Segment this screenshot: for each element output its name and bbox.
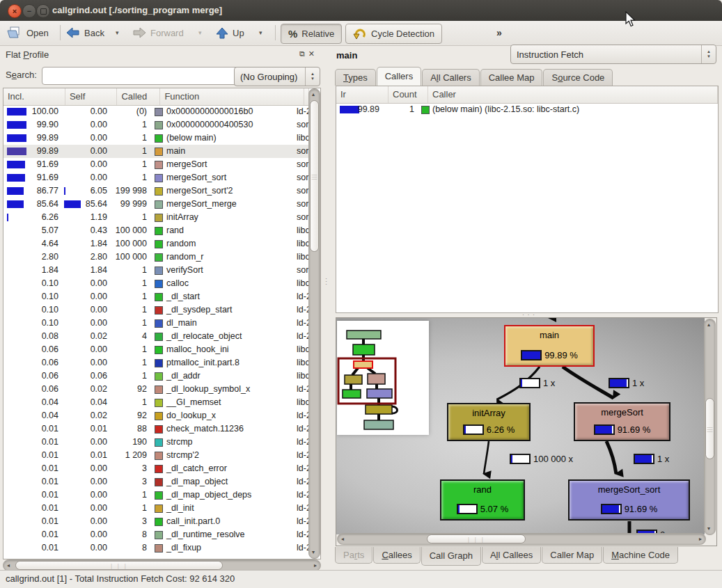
scrollbar-thumb[interactable]: ——— [310, 100, 319, 252]
dock-close-icon[interactable]: ✕ [308, 49, 315, 58]
window-close-button[interactable]: × [8, 4, 22, 18]
tab-callee-map[interactable]: Callee Map [480, 69, 543, 86]
edge-label: 1 x [634, 454, 669, 464]
cost-bar [340, 106, 359, 113]
table-row[interactable]: 0.100.001calloclibc [3, 277, 309, 290]
table-row[interactable]: 4.641.84100 000randomlibc [3, 237, 309, 251]
tab-callers[interactable]: Callers [377, 67, 421, 86]
relative-toggle-button[interactable]: % Relative [281, 24, 342, 44]
table-row[interactable]: 0.010.011 209strcmp'2ld-2 [3, 449, 309, 462]
tab-machine-code[interactable]: Machine Code [603, 547, 678, 564]
table-row[interactable]: 0.010.0188check_match.11236ld-2 [3, 422, 309, 436]
table-row[interactable]: 0.060.001ptmalloc_init.part.8libc [3, 356, 309, 370]
function-color-icon [155, 200, 163, 209]
column-header-called[interactable]: Called [117, 88, 160, 105]
table-row[interactable]: 0.010.003_dl_catch_errorld-2 [3, 462, 309, 475]
cycle-detection-toggle-button[interactable]: Cycle Detection [345, 24, 442, 44]
pane-splitter-vertical[interactable]: ··· [322, 46, 333, 569]
function-color-icon [155, 531, 163, 539]
tab-caller-map[interactable]: Caller Map [542, 547, 602, 564]
flat-profile-rows: 100.000.00(0)0x00000000000016b0ld-299.90… [3, 105, 309, 559]
graph-hscrollbar[interactable]: ◂ ▸ ｜｜｜ [337, 533, 706, 545]
column-header-ir[interactable]: Ir [336, 86, 389, 103]
tab-callees[interactable]: Callees [373, 547, 420, 564]
table-row[interactable]: 6.261.191initArraysor [3, 211, 309, 224]
scrollbar-thumb[interactable]: ——— [705, 398, 714, 459]
up-button[interactable]: Up [216, 21, 244, 45]
window-minimize-button[interactable]: − [22, 4, 36, 18]
up-dropdown-caret[interactable]: ▾ [259, 21, 262, 45]
dock-float-icon[interactable]: ⧉ [299, 49, 305, 58]
tab-types[interactable]: Types [335, 69, 376, 86]
event-type-combobox[interactable]: Instruction Fetch ▲▼ [510, 45, 716, 64]
pane-splitter-horizontal[interactable]: · · · [336, 312, 717, 317]
cost-bar [521, 350, 542, 360]
table-row[interactable]: 2.802.80100 000random_rlibc [3, 251, 309, 264]
table-row[interactable]: 0.010.00190strcmpld-2 [3, 436, 309, 449]
table-row[interactable]: 91.690.001mergeSort_sortsor [3, 171, 309, 184]
graph-vscrollbar[interactable]: ▴ ▾ ——— [704, 319, 716, 535]
column-header-incl[interactable]: Incl. [3, 88, 65, 105]
table-row[interactable]: 85.6485.6499 999mergeSort_mergesor [3, 198, 309, 211]
scrollbar-thumb[interactable]: ｜｜｜ [427, 534, 526, 543]
table-row[interactable]: 0.080.024_dl_relocate_objectld-2 [3, 330, 309, 343]
table-row[interactable]: 99.900.0010x0000000000400530sor [3, 118, 309, 132]
graph-node-initarray[interactable]: initArray6.26 % [447, 403, 531, 441]
tab-all-callees[interactable]: All Callees [482, 547, 541, 564]
tab-call-graph[interactable]: Call Graph [421, 547, 481, 566]
table-row[interactable]: 0.010.001_dl_map_object_depsld-2 [3, 488, 309, 502]
table-row[interactable]: 0.060.001malloc_hook_inilibc [3, 343, 309, 356]
grouping-combobox[interactable]: (No Grouping) ▲▼ [234, 67, 320, 86]
table-row[interactable]: 100.000.00(0)0x00000000000016b0ld-2 [3, 105, 309, 118]
table-row[interactable]: 1.841.841verifySortsor [3, 264, 309, 277]
function-color-icon [155, 108, 163, 116]
table-row[interactable]: 0.010.008_dl_fixupld-2 [3, 541, 309, 555]
search-input[interactable] [42, 67, 238, 85]
column-header-self[interactable]: Self [65, 88, 118, 105]
function-color-icon [155, 372, 163, 381]
back-dropdown-caret[interactable]: ▾ [116, 21, 119, 45]
table-row[interactable]: 0.100.001dl_mainld-2 [3, 317, 309, 330]
cost-bar [463, 424, 484, 435]
table-row[interactable]: 0.060.061_dl_addrlibc [3, 370, 309, 383]
graph-node-mergesort[interactable]: mergeSort91.69 % [574, 402, 670, 441]
table-row[interactable]: 0.100.001_dl_sysdep_startld-2 [3, 303, 309, 317]
open-button[interactable]: Open [7, 21, 49, 45]
tab-source-code[interactable]: Source Code [543, 69, 613, 86]
back-button[interactable]: Back [66, 21, 104, 45]
table-row[interactable]: 99.89 1 (below main) (libc-2.15.so: libc… [336, 103, 718, 116]
table-row[interactable]: 99.890.001mainsor [3, 145, 309, 158]
call-graph-pane: main99.89 % initArray6.26 % mergeSort91.… [336, 317, 717, 546]
table-row[interactable]: 91.690.001mergeSortsor [3, 158, 309, 171]
search-label: Search: [6, 70, 37, 80]
column-header-caller[interactable]: Caller [428, 86, 718, 103]
table-row[interactable]: 0.010.003_dl_map_objectld-2 [3, 475, 309, 488]
tab-all-callers[interactable]: All Callers [422, 69, 480, 86]
function-color-icon [155, 174, 163, 182]
table-row[interactable]: 99.890.001(below main)libc [3, 132, 309, 145]
call-graph-canvas[interactable]: main99.89 % initArray6.26 % mergeSort91.… [336, 318, 705, 534]
table-row[interactable]: 0.010.001_dl_initld-2 [3, 502, 309, 515]
flat-profile-vscrollbar[interactable]: ▴ ▾ ——— [308, 88, 320, 559]
function-color-icon [155, 214, 163, 222]
combobox-spinner-icon[interactable]: ▲▼ [701, 45, 716, 63]
call-graph-minimap[interactable] [337, 321, 429, 435]
combobox-spinner-icon[interactable]: ▲▼ [305, 67, 320, 86]
column-header-count[interactable]: Count [389, 86, 428, 103]
table-row[interactable]: 0.060.0292_dl_lookup_symbol_xld-2 [3, 383, 309, 396]
graph-node-rand[interactable]: rand5.07 % [440, 479, 525, 521]
table-row[interactable]: 0.040.041__GI_memsetlibc [3, 396, 309, 409]
table-row[interactable]: 0.100.001_dl_startld-2 [3, 290, 309, 303]
window-maximize-button[interactable] [36, 4, 50, 18]
table-row[interactable]: 0.010.003call_init.part.0ld-2 [3, 515, 309, 528]
toolbar-overflow-chevron[interactable]: » [496, 27, 502, 38]
table-row[interactable]: 86.776.05199 998mergeSort_sort'2sor [3, 184, 309, 198]
table-row[interactable]: 0.040.0292do_lookup_xld-2 [3, 409, 309, 422]
table-row[interactable]: 0.010.008_dl_runtime_resolveld-2 [3, 528, 309, 541]
graph-node-main[interactable]: main99.89 % [504, 325, 595, 367]
scrollbar-thumb[interactable]: ｜｜｜ [15, 561, 223, 570]
graph-node-mergesort-sort[interactable]: mergeSort_sort91.69 % [568, 479, 690, 521]
column-header-function[interactable]: Function [160, 88, 304, 105]
table-row[interactable]: 5.070.43100 000randlibc [3, 224, 309, 237]
selected-function-title: main [336, 50, 357, 61]
